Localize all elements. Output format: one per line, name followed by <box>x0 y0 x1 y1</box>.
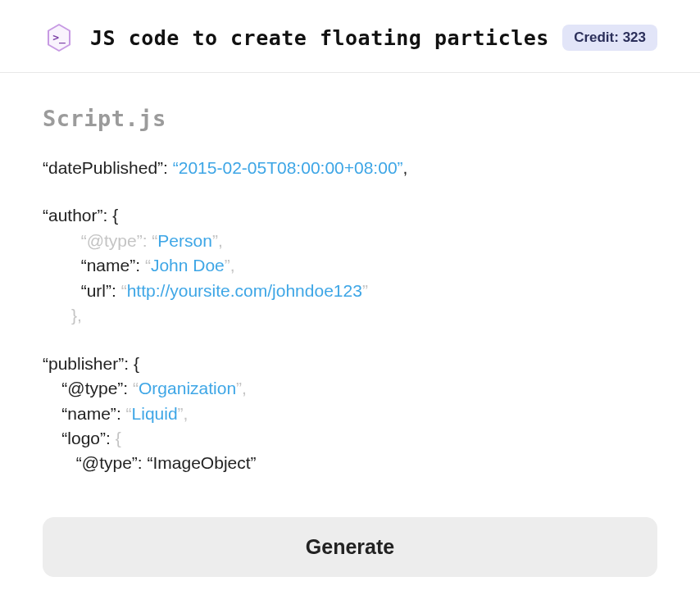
code-value: Liquid <box>132 404 178 423</box>
content-area: Script.js “datePublished”: “2015-02-05T0… <box>0 73 700 493</box>
code-key: “@type” <box>81 231 143 250</box>
code-punct: : <box>111 281 121 300</box>
code-line: “@type”: “Person”, <box>43 229 657 253</box>
code-key: “@type” <box>61 379 123 397</box>
code-punct: ”, <box>212 231 223 250</box>
svg-text:>_: >_ <box>52 31 66 44</box>
code-key: “datePublished” <box>43 158 163 177</box>
code-line: }, <box>43 303 657 328</box>
app-logo-icon: >_ <box>43 21 75 54</box>
code-value: http://yoursite.com/johndoe123 <box>127 281 362 300</box>
code-line: “name”: “Liquid”, <box>43 402 657 426</box>
code-punct: ”, <box>236 379 247 397</box>
code-punct: ”, <box>178 404 189 423</box>
code-key: “name” <box>61 404 116 423</box>
code-punct: : <box>116 404 126 423</box>
code-punct: “ <box>126 404 132 423</box>
code-punct: : <box>138 453 148 472</box>
code-punct: , <box>403 158 408 177</box>
code-punct: : <box>123 379 133 397</box>
blank-line <box>43 329 657 352</box>
code-line: “@type”: “Organization”, <box>43 376 657 401</box>
code-value: “ImageObject” <box>148 453 257 472</box>
code-line: “@type”: “ImageObject” <box>43 451 657 475</box>
code-punct: : <box>106 429 116 447</box>
indent <box>43 231 81 250</box>
code-block: “datePublished”: “2015-02-05T08:00:00+08… <box>43 156 657 476</box>
code-value: “2015-02-05T08:00:00+08:00” <box>173 158 403 177</box>
code-punct: “ <box>145 256 151 275</box>
code-punct: ” <box>362 281 368 300</box>
code-line: “url”: “http://yoursite.com/johndoe123” <box>43 279 657 303</box>
blank-line <box>43 180 657 203</box>
credit-badge: Credit: 323 <box>562 25 657 51</box>
header: >_ JS code to create floating particles … <box>0 0 700 73</box>
page-title: JS code to create floating particles <box>90 26 549 50</box>
code-key: “logo” <box>61 429 106 447</box>
code-line: “name”: “John Doe”, <box>43 253 657 278</box>
code-punct: ”, <box>225 256 235 275</box>
indent <box>43 429 61 447</box>
code-value: John Doe <box>151 256 225 275</box>
code-punct: “ <box>133 379 139 397</box>
code-key: “author” <box>43 206 103 225</box>
code-line: “datePublished”: “2015-02-05T08:00:00+08… <box>43 156 657 180</box>
indent <box>43 281 81 300</box>
filename-label: Script.js <box>43 106 657 131</box>
code-punct: { <box>116 429 121 447</box>
code-line: “publisher”: { <box>43 352 657 376</box>
code-punct: : { <box>103 206 119 225</box>
code-key: “name” <box>81 256 136 275</box>
code-value: Organization <box>139 379 236 397</box>
code-punct: “ <box>121 281 127 300</box>
code-punct: : <box>163 158 173 177</box>
code-punct: : <box>135 256 145 275</box>
generate-button[interactable]: Generate <box>43 517 657 577</box>
action-row: Generate <box>0 517 700 577</box>
code-line: “author”: { <box>43 203 657 228</box>
code-key: “@type” <box>76 453 138 472</box>
code-punct: : “ <box>143 231 158 250</box>
code-line: “logo”: { <box>43 426 657 451</box>
indent <box>43 379 61 397</box>
code-key: “url” <box>81 281 111 300</box>
indent <box>43 306 71 325</box>
code-punct: : { <box>124 354 139 373</box>
code-key: “publisher” <box>43 354 124 373</box>
indent <box>43 453 76 472</box>
code-value: Person <box>157 231 212 250</box>
indent <box>43 404 61 423</box>
code-punct: }, <box>71 306 82 325</box>
indent <box>43 256 81 275</box>
